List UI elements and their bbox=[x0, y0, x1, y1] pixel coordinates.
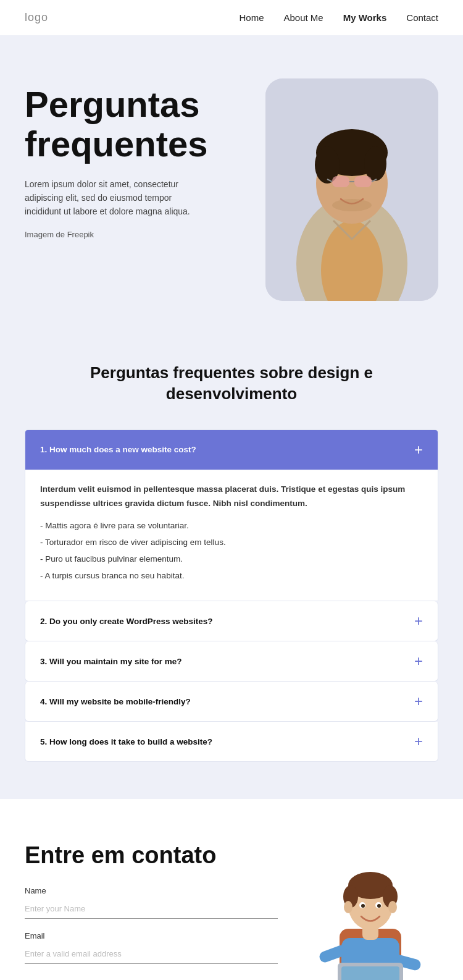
faq-answer-1: Interdum velit euismod in pellentesque m… bbox=[25, 470, 438, 601]
name-input[interactable] bbox=[25, 899, 278, 919]
svg-point-7 bbox=[364, 146, 386, 181]
navbar: logo Home About Me My Works Contact bbox=[0, 0, 463, 35]
faq-question-2-text: 2. Do you only create WordPress websites… bbox=[40, 617, 213, 626]
faq-question-5[interactable]: 5. How long does it take to build a webs… bbox=[25, 722, 438, 761]
list-item: Puro ut faucibus pulvinar elementum. bbox=[40, 552, 423, 567]
contact-section: Entre em contato Name Email ENVIAR Image… bbox=[0, 799, 463, 980]
faq-item-2: 2. Do you only create WordPress websites… bbox=[25, 601, 438, 641]
name-form-group: Name bbox=[25, 886, 278, 919]
hero-title: Perguntas frequentes bbox=[25, 85, 265, 164]
faq-list: 1. How much does a new website cost? + I… bbox=[25, 429, 438, 762]
faq-plus-5: + bbox=[414, 734, 423, 749]
faq-section: Perguntas frequentes sobre design e dese… bbox=[0, 319, 463, 799]
faq-plus-4: + bbox=[414, 694, 423, 709]
faq-item-5: 5. How long does it take to build a webs… bbox=[25, 722, 438, 762]
svg-point-40 bbox=[388, 901, 397, 913]
nav-works[interactable]: My Works bbox=[343, 12, 387, 23]
hero-section: Perguntas frequentes Lorem ipsum dolor s… bbox=[0, 35, 463, 319]
svg-rect-8 bbox=[332, 176, 349, 187]
list-item: Mattis agora é livre para se voluntariar… bbox=[40, 519, 423, 533]
email-label: Email bbox=[25, 931, 278, 940]
contact-form-column: Entre em contato Name Email ENVIAR Image… bbox=[25, 842, 278, 980]
faq-plus-1: + bbox=[414, 442, 423, 457]
hero-description: Lorem ipsum dolor sit amet, consectetur … bbox=[25, 177, 210, 219]
list-item: A turpis cursus branca no seu habitat. bbox=[40, 569, 423, 583]
name-label: Name bbox=[25, 886, 278, 895]
faq-question-5-text: 5. How long does it take to build a webs… bbox=[40, 737, 212, 746]
hero-credit-prefix: Imagem de bbox=[25, 230, 67, 239]
svg-point-13 bbox=[332, 199, 372, 211]
faq-question-1-text: 1. How much does a new website cost? bbox=[40, 445, 196, 454]
nav-links: Home About Me My Works Contact bbox=[239, 12, 438, 23]
faq-answer-1-bold: Interdum velit euismod in pellentesque m… bbox=[40, 483, 423, 511]
hero-text: Perguntas frequentes Lorem ipsum dolor s… bbox=[25, 72, 265, 239]
faq-item-4: 4. Will my website be mobile-friendly? + bbox=[25, 682, 438, 722]
hero-person-illustration bbox=[265, 78, 438, 301]
contact-person-illustration bbox=[306, 855, 435, 980]
svg-point-38 bbox=[377, 904, 381, 908]
faq-item-1: 1. How much does a new website cost? + I… bbox=[25, 429, 438, 602]
contact-image-column bbox=[302, 842, 438, 980]
svg-point-37 bbox=[361, 904, 365, 908]
nav-home[interactable]: Home bbox=[239, 12, 264, 23]
svg-point-39 bbox=[344, 901, 352, 913]
faq-question-3[interactable]: 3. Will you maintain my site for me? + bbox=[25, 641, 438, 681]
contact-title: Entre em contato bbox=[25, 842, 278, 869]
hero-image bbox=[265, 78, 438, 301]
faq-question-3-text: 3. Will you maintain my site for me? bbox=[40, 657, 181, 666]
faq-question-4-text: 4. Will my website be mobile-friendly? bbox=[40, 697, 191, 706]
faq-question-1[interactable]: 1. How much does a new website cost? + bbox=[25, 430, 438, 470]
faq-question-2[interactable]: 2. Do you only create WordPress websites… bbox=[25, 601, 438, 641]
svg-rect-28 bbox=[341, 966, 399, 980]
list-item: Torturador em risco de viver adipiscing … bbox=[40, 536, 423, 550]
hero-credit: Imagem de Freepik bbox=[25, 230, 265, 239]
nav-contact[interactable]: Contact bbox=[406, 12, 438, 23]
faq-answer-1-list: Mattis agora é livre para se voluntariar… bbox=[40, 519, 423, 583]
nav-about[interactable]: About Me bbox=[284, 12, 323, 23]
svg-rect-9 bbox=[354, 176, 372, 187]
email-form-group: Email bbox=[25, 931, 278, 964]
hero-credit-link[interactable]: Freepik bbox=[67, 230, 94, 239]
logo: logo bbox=[25, 11, 48, 24]
faq-question-4[interactable]: 4. Will my website be mobile-friendly? + bbox=[25, 682, 438, 721]
faq-subtitle: Perguntas frequentes sobre design e dese… bbox=[65, 363, 398, 405]
faq-item-3: 3. Will you maintain my site for me? + bbox=[25, 641, 438, 682]
email-input[interactable] bbox=[25, 944, 278, 964]
faq-plus-3: + bbox=[414, 654, 423, 669]
faq-plus-2: + bbox=[414, 614, 423, 628]
